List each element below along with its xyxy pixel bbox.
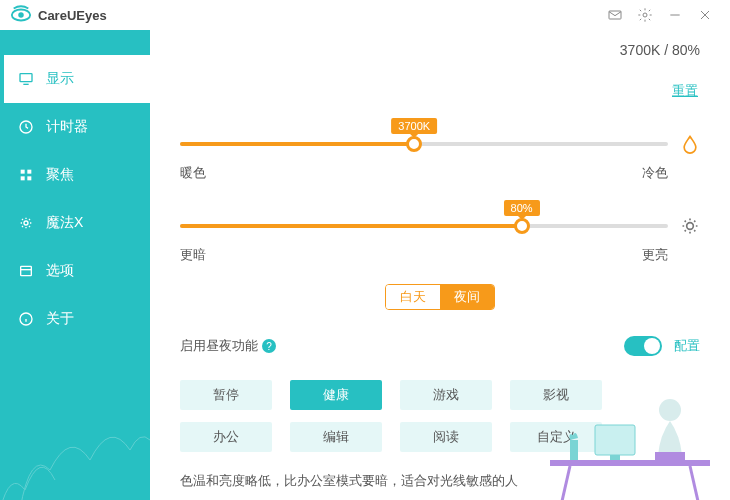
temperature-slider-thumb[interactable] [406,136,422,152]
mail-button[interactable] [600,0,630,30]
svg-rect-11 [27,170,31,174]
svg-rect-21 [550,460,710,466]
monitor-icon [18,71,34,87]
info-icon [18,311,34,327]
settings-button[interactable] [630,0,660,30]
reset-link[interactable]: 重置 [672,82,698,100]
mode-game[interactable]: 游戏 [400,380,492,410]
temp-label-cold: 冷色 [642,164,668,182]
sun-icon [680,216,700,236]
eye-logo-icon [10,4,32,26]
mode-office[interactable]: 办公 [180,422,272,452]
mode-custom[interactable]: 自定义 [510,422,602,452]
svg-point-14 [24,221,28,225]
svg-rect-27 [655,452,685,460]
sidebar-item-display[interactable]: 显示 [0,55,150,103]
night-button[interactable]: 夜间 [440,285,494,309]
sidebar-item-magicx[interactable]: 魔法X [0,199,150,247]
sidebar-item-label: 计时器 [46,118,88,136]
mode-movie[interactable]: 影视 [510,380,602,410]
enable-daynight-label: 启用昼夜功能 [180,337,258,355]
day-button[interactable]: 白天 [386,285,440,309]
sidebar-decoration [0,330,150,500]
brightness-label-bright: 更亮 [642,246,668,264]
mode-edit[interactable]: 编辑 [290,422,382,452]
drop-icon [680,134,700,154]
brightness-slider-thumb[interactable] [514,218,530,234]
temperature-slider-block: 3700K 暖色 冷色 [180,134,700,182]
enable-daynight-toggle[interactable] [624,336,662,356]
temperature-badge: 3700K [391,118,437,134]
app-name: CareUEyes [38,8,107,23]
sidebar-item-focus[interactable]: 聚焦 [0,151,150,199]
brightness-slider[interactable]: 80% [180,224,668,228]
config-link[interactable]: 配置 [674,337,700,355]
svg-rect-25 [610,455,620,460]
brightness-badge: 80% [504,200,540,216]
sidebar-item-label: 魔法X [46,214,83,232]
mode-health[interactable]: 健康 [290,380,382,410]
brightness-slider-block: 80% 更暗 更亮 [180,216,700,264]
main-panel: 3700K / 80% 重置 3700K 暖色 冷色 [150,30,730,500]
sidebar-item-options[interactable]: 选项 [0,247,150,295]
svg-point-1 [18,12,24,18]
svg-rect-7 [20,74,32,82]
svg-rect-2 [609,11,621,19]
clock-icon [18,119,34,135]
brightness-label-dark: 更暗 [180,246,206,264]
svg-rect-10 [21,170,25,174]
daynight-group: 白天 夜间 [180,284,700,310]
sidebar: 显示 计时器 聚焦 魔法X 选项 关于 [0,30,150,500]
minimize-button[interactable] [660,0,690,30]
sidebar-item-label: 选项 [46,262,74,280]
svg-rect-12 [21,176,25,180]
svg-point-20 [687,223,694,230]
help-icon[interactable]: ? [262,339,276,353]
status-text: 3700K / 80% [620,42,700,58]
temp-label-warm: 暖色 [180,164,206,182]
svg-rect-15 [21,266,32,275]
close-button[interactable] [690,0,720,30]
sidebar-item-label: 关于 [46,310,74,328]
sparkle-icon [18,215,34,231]
svg-rect-13 [27,176,31,180]
temperature-slider[interactable]: 3700K [180,142,668,146]
grid-icon [18,167,34,183]
mode-read[interactable]: 阅读 [400,422,492,452]
titlebar: CareUEyes [0,0,730,30]
sidebar-item-label: 显示 [46,70,74,88]
options-icon [18,263,34,279]
mode-pause[interactable]: 暂停 [180,380,272,410]
app-logo: CareUEyes [10,4,107,26]
mode-grid: 暂停 健康 游戏 影视 办公 编辑 阅读 自定义 [180,380,700,452]
sidebar-item-timer[interactable]: 计时器 [0,103,150,151]
sidebar-item-label: 聚焦 [46,166,74,184]
mode-description: 色温和亮度略低，比办公室模式要暗，适合对光线敏感的人 [180,472,700,490]
svg-point-3 [643,13,647,17]
